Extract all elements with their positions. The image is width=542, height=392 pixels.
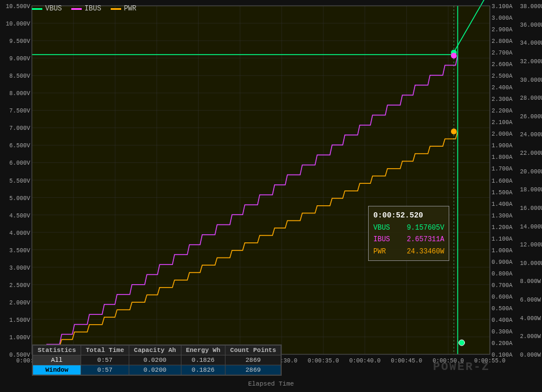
watermark: POWER-Z <box>433 360 490 373</box>
table-row-all: All 0:57 0.0200 0.1826 2869 <box>33 355 281 365</box>
col-header-total-time: Total Time <box>81 346 129 355</box>
chart-container: VBUS IBUS PWR 0:00:52.520 VBUS 9.157605V… <box>0 0 542 392</box>
stats-table: Statistics Total Time Capacity Ah Energy… <box>32 344 282 376</box>
col-header-statistics: Statistics <box>33 346 81 355</box>
vbus-color-swatch <box>32 8 42 10</box>
row-window-name: Window <box>33 365 81 375</box>
col-header-capacity: Capacity Ah <box>129 346 181 355</box>
row-all-time: 0:57 <box>81 355 129 365</box>
row-window-capacity: 0.0200 <box>129 365 181 375</box>
row-all-capacity: 0.0200 <box>129 355 181 365</box>
legend-vbus: VBUS <box>32 5 62 13</box>
col-header-energy: Energy Wh <box>181 346 225 355</box>
pwr-color-swatch <box>111 8 121 10</box>
ibus-color-swatch <box>71 8 82 10</box>
row-window-time: 0:57 <box>81 365 129 375</box>
row-window-count: 2869 <box>225 365 281 375</box>
legend-vbus-label: VBUS <box>45 5 62 13</box>
x-axis-label: Elapsed Time <box>248 380 294 387</box>
legend-pwr-label: PWR <box>124 5 137 13</box>
chart-canvas <box>0 0 542 392</box>
row-window-energy: 0.1826 <box>181 365 225 375</box>
chart-legend: VBUS IBUS PWR <box>32 5 136 13</box>
row-all-energy: 0.1826 <box>181 355 225 365</box>
col-header-count: Count Points <box>225 346 281 355</box>
table-row-window: Window 0:57 0.0200 0.1826 2869 <box>33 365 281 375</box>
legend-pwr: PWR <box>111 5 137 13</box>
row-all-count: 2869 <box>225 355 281 365</box>
legend-ibus: IBUS <box>71 5 101 13</box>
row-all-name: All <box>33 355 81 365</box>
legend-ibus-label: IBUS <box>85 5 101 13</box>
